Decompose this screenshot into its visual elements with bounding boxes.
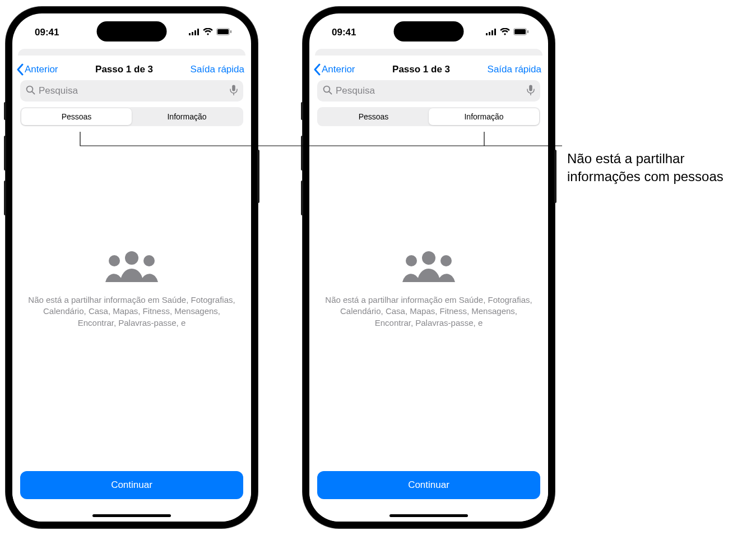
back-label: Anterior (25, 64, 58, 75)
svg-rect-9 (232, 85, 235, 91)
tab-pessoas-label: Pessoas (62, 112, 92, 121)
wifi-icon (203, 27, 213, 38)
svg-point-13 (143, 255, 155, 266)
svg-rect-3 (197, 29, 199, 35)
empty-state-text: Não está a partilhar informação em Saúde… (324, 294, 534, 329)
dynamic-island (394, 21, 464, 41)
segmented-control: Pessoas Informação (20, 107, 243, 126)
nav-bar: Anterior Passo 1 de 3 Saída rápida (12, 60, 251, 80)
nav-bar: Anterior Passo 1 de 3 Saída rápida (309, 60, 548, 80)
search-field[interactable] (20, 80, 243, 102)
search-input[interactable] (336, 85, 523, 96)
svg-point-25 (422, 251, 435, 265)
svg-rect-14 (486, 33, 488, 35)
tab-informacao[interactable]: Informação (132, 108, 242, 125)
continue-label: Continuar (408, 479, 449, 491)
chevron-left-icon (313, 63, 322, 76)
search-icon (323, 85, 332, 97)
side-button (257, 150, 259, 203)
svg-rect-1 (192, 32, 193, 35)
mic-icon[interactable] (230, 85, 238, 98)
segmented-control: Pessoas Informação (317, 107, 540, 126)
svg-rect-17 (494, 29, 496, 35)
svg-rect-15 (489, 32, 490, 35)
cellular-icon (189, 27, 200, 38)
svg-point-26 (406, 255, 417, 266)
wifi-icon (500, 27, 510, 38)
back-button[interactable]: Anterior (313, 63, 355, 76)
search-input[interactable] (39, 85, 226, 96)
dynamic-island (97, 21, 167, 41)
phone-frame-right: 09:41 Anter (303, 7, 555, 528)
page-title: Passo 1 de 3 (95, 64, 153, 75)
svg-rect-0 (189, 33, 191, 35)
volume-up-button (301, 136, 303, 170)
empty-state: Não está a partilhar informação em Saúde… (12, 130, 251, 522)
svg-rect-2 (194, 30, 196, 35)
mute-switch (4, 102, 6, 120)
cellular-icon (486, 27, 497, 38)
tab-pessoas-label: Pessoas (359, 112, 389, 121)
status-time: 09:41 (332, 27, 356, 38)
svg-rect-16 (491, 30, 493, 35)
sheet: Anterior Passo 1 de 3 Saída rápida (309, 56, 548, 522)
search-icon (26, 85, 35, 97)
tab-pessoas[interactable]: Pessoas (21, 108, 132, 125)
back-button[interactable]: Anterior (16, 63, 58, 76)
sheet: Anterior Passo 1 de 3 Saída rápida (12, 56, 251, 522)
home-indicator (92, 514, 171, 517)
quick-exit-button[interactable]: Saída rápida (191, 64, 244, 75)
battery-icon (216, 27, 232, 38)
callout-text: Não está a partilhar informações com pes… (567, 150, 746, 186)
status-time: 09:41 (35, 27, 59, 38)
mute-switch (301, 102, 303, 120)
side-button (554, 150, 556, 203)
continue-label: Continuar (111, 479, 152, 491)
continue-button[interactable]: Continuar (20, 471, 243, 499)
chevron-left-icon (16, 63, 25, 76)
phone-frame-left: 09:41 Anter (6, 7, 258, 528)
empty-state-text: Não está a partilhar informação em Saúde… (27, 294, 236, 329)
svg-line-22 (329, 91, 331, 94)
tab-informacao-label: Informação (464, 112, 503, 121)
people-group-icon (103, 250, 160, 285)
people-group-icon (400, 250, 457, 285)
svg-rect-5 (217, 29, 229, 34)
svg-rect-6 (230, 30, 231, 33)
mic-icon[interactable] (527, 85, 535, 98)
home-indicator (389, 514, 468, 517)
tab-pessoas[interactable]: Pessoas (318, 108, 429, 125)
battery-icon (513, 27, 529, 38)
continue-button[interactable]: Continuar (317, 471, 540, 499)
screen: 09:41 Anter (12, 13, 251, 522)
tab-informacao-label: Informação (167, 112, 206, 121)
svg-point-11 (125, 251, 138, 265)
volume-up-button (4, 136, 6, 170)
svg-rect-19 (514, 29, 526, 34)
svg-point-27 (440, 255, 452, 266)
volume-down-button (4, 181, 6, 215)
screen: 09:41 Anter (309, 13, 548, 522)
quick-exit-button[interactable]: Saída rápida (488, 64, 541, 75)
tab-informacao[interactable]: Informação (429, 108, 539, 125)
svg-line-8 (32, 91, 34, 94)
svg-point-12 (109, 255, 120, 266)
empty-state: Não está a partilhar informação em Saúde… (309, 130, 548, 522)
svg-rect-20 (527, 30, 528, 33)
search-field[interactable] (317, 80, 540, 102)
volume-down-button (301, 181, 303, 215)
back-label: Anterior (322, 64, 355, 75)
page-title: Passo 1 de 3 (392, 64, 450, 75)
svg-rect-23 (529, 85, 532, 91)
